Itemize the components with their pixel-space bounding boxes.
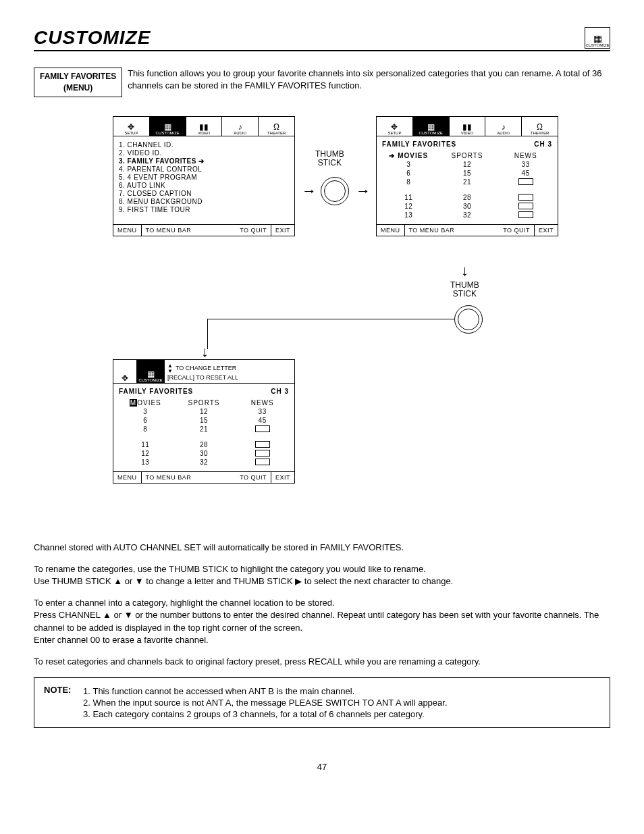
- tab-setup: ✥SETUP: [113, 117, 150, 136]
- tab-audio: ♪AUDIO: [222, 117, 259, 136]
- ff-cell: [499, 178, 552, 186]
- ff-cell: [499, 194, 552, 201]
- tab-audio-2: ♪AUDIO: [485, 117, 522, 136]
- tab-video-2: ▮▮VIDEO: [450, 117, 486, 136]
- flow-arrow-right-1: →: [302, 184, 317, 199]
- ff-cell: 28: [178, 441, 231, 448]
- menu-item: 1. CHANNEL ID.: [119, 141, 289, 149]
- tab-video: ▮▮VIDEO: [186, 117, 223, 136]
- intro-text: This function allows you to group your f…: [128, 68, 610, 92]
- thumb-stick-icon-2: [454, 305, 483, 334]
- flow-arrow-right-2: →: [356, 184, 371, 199]
- ff-channel: CH 3: [534, 140, 552, 148]
- ff-category: SPORTS: [178, 399, 231, 407]
- osd-family-favorites-panel: ✥SETUP ▦CUSTOMIZE ▮▮VIDEO ♪AUDIO ΩTHEATE…: [376, 116, 558, 236]
- footer-to-menu-bar: TO MENU BAR: [142, 225, 236, 236]
- ff-cell: [499, 203, 552, 210]
- ff-title: FAMILY FAVORITES: [382, 140, 456, 148]
- ff-cell: 21: [441, 178, 494, 186]
- menu-item: 2. VIDEO ID.: [119, 149, 289, 157]
- note-item: When the input source is not ANT A, the …: [92, 698, 447, 708]
- ff-cell: 3: [382, 161, 435, 168]
- ff-cell: 30: [441, 203, 494, 210]
- page-number: 47: [34, 762, 610, 772]
- ff-cell: 12: [441, 161, 494, 168]
- ff-cell: 33: [499, 161, 552, 168]
- ff-cell: [499, 211, 552, 219]
- customize-corner-icon: ▦ CUSTOMIZE: [585, 27, 610, 49]
- footer-to-menu-bar-3: TO MENU BAR: [142, 472, 236, 483]
- tab-theater-2: ΩTHEATER: [522, 117, 558, 136]
- footer-exit-3: EXIT: [271, 472, 294, 483]
- menu-item: 4. PARENTAL CONTROL: [119, 165, 289, 173]
- tab-customize-2: ▦CUSTOMIZE: [413, 117, 450, 136]
- thumb-stick-label-1: THUMB STICK: [315, 150, 344, 167]
- flow-diagram: ✥SETUP ▦CUSTOMIZE ▮▮VIDEO ♪AUDIO ΩTHEATE…: [59, 116, 585, 521]
- ff-cell: 11: [382, 194, 435, 201]
- ff-cell: 32: [441, 211, 494, 219]
- footer-menu: MENU: [113, 225, 142, 236]
- ff-cell: 15: [178, 417, 231, 424]
- ff-cell: 3: [119, 408, 172, 415]
- menu-item: 7. CLOSED CAPTION: [119, 190, 289, 197]
- footer-exit-2: EXIT: [535, 225, 558, 236]
- footer-to-menu-bar-2: TO MENU BAR: [405, 225, 500, 236]
- ff-cell: 13: [382, 211, 435, 219]
- footer-exit: EXIT: [271, 225, 294, 236]
- note-item: Each category contains 2 groups of 3 cha…: [92, 709, 447, 719]
- flow-arrow-down-2: ↓: [201, 344, 209, 359]
- ff-title-3: FAMILY FAVORITES: [119, 388, 193, 395]
- ff-cell: 15: [441, 170, 494, 177]
- thumb-stick-icon-1: [321, 177, 349, 205]
- menu-item: 5. 4 EVENT PROGRAM: [119, 174, 289, 181]
- ff-cell: 21: [178, 425, 231, 433]
- ff-channel-3: CH 3: [271, 388, 289, 395]
- ff-cell: 12: [119, 450, 172, 457]
- menu-item: 6. AUTO LINK: [119, 182, 289, 189]
- edit-hints: ▲▼TO CHANGE LETTER [RECALL] TO RESET ALL: [165, 360, 294, 383]
- ff-cell: 6: [119, 417, 172, 424]
- ff-cell: [236, 459, 289, 466]
- footer-menu-3: MENU: [113, 472, 142, 483]
- ff-cell: 33: [236, 408, 289, 415]
- page-title: CUSTOMIZE: [34, 27, 151, 49]
- ff-cell: 8: [119, 425, 172, 433]
- ff-cell: 32: [178, 459, 231, 466]
- ff-category: MOVIES: [382, 152, 435, 159]
- ff-cell: 30: [178, 450, 231, 457]
- ff-category: SPORTS: [441, 152, 494, 159]
- osd-menu-panel: ✥SETUP ▦CUSTOMIZE ▮▮VIDEO ♪AUDIO ΩTHEATE…: [113, 116, 295, 236]
- section-label: FAMILY FAVORITES (MENU): [34, 68, 122, 97]
- ff-cell: 45: [499, 170, 552, 177]
- osd-edit-panel: ✥ ▦CUSTOMIZE ▲▼TO CHANGE LETTER [RECALL]…: [113, 359, 295, 484]
- ff-cell: [236, 441, 289, 448]
- ff-cell: 11: [119, 441, 172, 448]
- ff-cell: [236, 425, 289, 433]
- ff-cell: 6: [382, 170, 435, 177]
- flow-arrow-down-1: ↓: [461, 263, 468, 278]
- ff-cell: [236, 450, 289, 457]
- note-label: NOTE:: [44, 685, 71, 721]
- footer-to-quit: TO QUIT: [236, 225, 271, 236]
- footer-to-quit-2: TO QUIT: [499, 225, 535, 236]
- footer-to-quit-3: TO QUIT: [236, 472, 271, 483]
- body-text: Channel stored with AUTO CHANNEL SET wil…: [34, 542, 610, 669]
- thumb-stick-label-2: THUMB STICK: [450, 281, 479, 298]
- tab-theater: ΩTHEATER: [259, 117, 294, 136]
- tab-customize-3: ▦CUSTOMIZE: [137, 360, 165, 383]
- ff-category: NEWS: [499, 152, 552, 159]
- tab-setup-2: ✥SETUP: [377, 117, 413, 136]
- ff-cell: 8: [382, 178, 435, 186]
- ff-cell: 13: [119, 459, 172, 466]
- tab-customize: ▦CUSTOMIZE: [150, 117, 186, 136]
- footer-menu-2: MENU: [377, 225, 405, 236]
- tab-nav-icon: ✥: [113, 360, 137, 383]
- ff-category: MOVIES: [119, 399, 172, 407]
- note-box: NOTE: This function cannot be accessed w…: [34, 677, 610, 728]
- ff-cell: 28: [441, 194, 494, 201]
- menu-item: 3. FAMILY FAVORITES: [119, 157, 289, 165]
- ff-cell: 12: [382, 203, 435, 210]
- ff-category: NEWS: [236, 399, 289, 407]
- ff-cell: 12: [178, 408, 231, 415]
- menu-item: 8. MENU BACKGROUND: [119, 198, 289, 205]
